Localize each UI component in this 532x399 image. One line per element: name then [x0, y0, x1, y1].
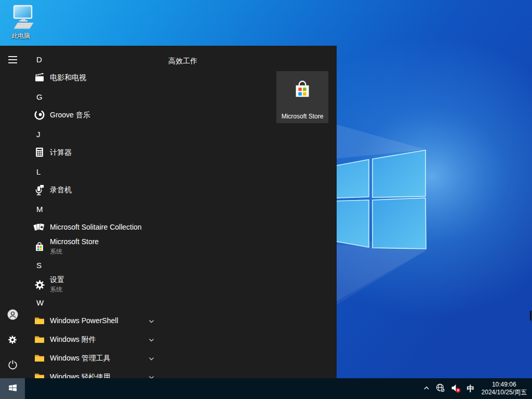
app-list-item-solitaire[interactable]: ♠ Microsoft Solitaire Collection: [0, 218, 171, 236]
app-list-section-letter-m[interactable]: M: [36, 203, 43, 216]
app-list-folder-windows-accessories[interactable]: Windows 附件: [0, 330, 171, 349]
app-list-item-label: Windows 附件: [50, 330, 96, 349]
globe-no-internet-icon: [435, 383, 445, 394]
app-list-item-label: Microsoft Solitaire Collection: [50, 218, 142, 236]
voice-recorder-icon: [33, 183, 46, 196]
tile-microsoft-store[interactable]: Microsoft Store: [276, 71, 328, 123]
app-list-item-label: Microsoft Store: [50, 236, 99, 247]
settings-gear-icon: [33, 278, 46, 291]
app-list-section-letter-j[interactable]: J: [36, 128, 41, 141]
chevron-down-icon[interactable]: [148, 355, 155, 364]
text-cursor: [530, 311, 531, 321]
app-list-item-movies-tv[interactable]: 电影和电视: [0, 68, 171, 87]
chevron-up-icon: [423, 384, 430, 393]
app-list-section-letter-l[interactable]: L: [36, 165, 41, 179]
app-list-item-label: Groove 音乐: [50, 105, 90, 124]
folder-icon: [33, 370, 46, 378]
volume-muted-icon: [450, 383, 461, 395]
start-menu: D 电影和电视 G Groove 音乐 J: [0, 46, 337, 378]
start-button[interactable]: [0, 378, 25, 399]
volume-button[interactable]: [448, 378, 463, 399]
app-list-item-label: Windows 管理工具: [50, 349, 111, 367]
microsoft-store-icon: [33, 241, 46, 253]
chevron-down-icon[interactable]: [148, 336, 155, 345]
tile-label: Microsoft Store: [276, 113, 328, 120]
app-list-item-sublabel: 系统: [50, 285, 64, 294]
app-list-item-label: 电影和电视: [50, 68, 86, 87]
this-pc-icon: [7, 4, 34, 31]
app-list-item-voice-recorder[interactable]: 录音机: [0, 180, 171, 199]
show-hidden-icons-button[interactable]: [420, 378, 433, 399]
app-list-item-label: Windows 轻松使用: [50, 367, 111, 378]
solitaire-icon: ♠: [33, 221, 46, 233]
network-status-button[interactable]: [433, 378, 448, 399]
app-list-item-label: 录音机: [50, 180, 72, 199]
groove-music-icon: [33, 109, 46, 121]
app-list-item-label: 计算器: [50, 143, 72, 162]
desktop-icon-label: 此电脑: [11, 32, 30, 41]
chevron-down-icon[interactable]: [148, 317, 155, 327]
app-list-folder-windows-ease-of-access[interactable]: Windows 轻松使用: [0, 367, 171, 378]
app-list-section-letter-s[interactable]: S: [36, 259, 42, 272]
taskbar-clock[interactable]: 10:49:06 2024/10/25/周五: [478, 378, 532, 399]
app-list-section-letter-g[interactable]: G: [36, 90, 43, 104]
microsoft-store-icon: [290, 77, 314, 103]
system-tray: 中 10:49:06 2024/10/25/周五: [420, 378, 532, 399]
app-list-folder-windows-powershell[interactable]: Windows PowerShell: [0, 311, 171, 330]
taskbar: 中 10:49:06 2024/10/25/周五: [0, 378, 532, 399]
calculator-icon: [33, 146, 46, 158]
windows-logo-icon: [8, 383, 17, 394]
tile-group-title[interactable]: 高效工作: [168, 54, 197, 68]
movies-tv-icon: [33, 71, 46, 84]
folder-icon: [33, 314, 46, 327]
app-list-item-groove-music[interactable]: Groove 音乐: [0, 105, 171, 124]
folder-icon: [33, 352, 46, 364]
tray-time: 10:49:06: [492, 381, 516, 389]
desktop-icon-this-pc[interactable]: 此电脑: [3, 4, 38, 41]
hamburger-icon: [8, 56, 17, 65]
ime-indicator[interactable]: 中: [463, 378, 478, 399]
app-list-item-microsoft-store[interactable]: Microsoft Store 系统: [0, 235, 171, 258]
app-list-item-calculator[interactable]: 计算器: [0, 143, 171, 162]
app-list-section-letter-d[interactable]: D: [36, 53, 42, 66]
app-list-folder-windows-admin-tools[interactable]: Windows 管理工具: [0, 349, 171, 367]
tray-date: 2024/10/25/周五: [482, 389, 527, 396]
app-list-item-settings[interactable]: 设置 系统: [0, 273, 171, 296]
app-list-item-label: 设置: [50, 274, 64, 285]
chevron-down-icon[interactable]: [148, 374, 155, 378]
folder-icon: [33, 333, 46, 345]
app-list-item-label: Windows PowerShell: [50, 311, 118, 330]
app-list-item-sublabel: 系统: [50, 247, 99, 256]
app-list-section-letter-w[interactable]: W: [36, 296, 44, 310]
